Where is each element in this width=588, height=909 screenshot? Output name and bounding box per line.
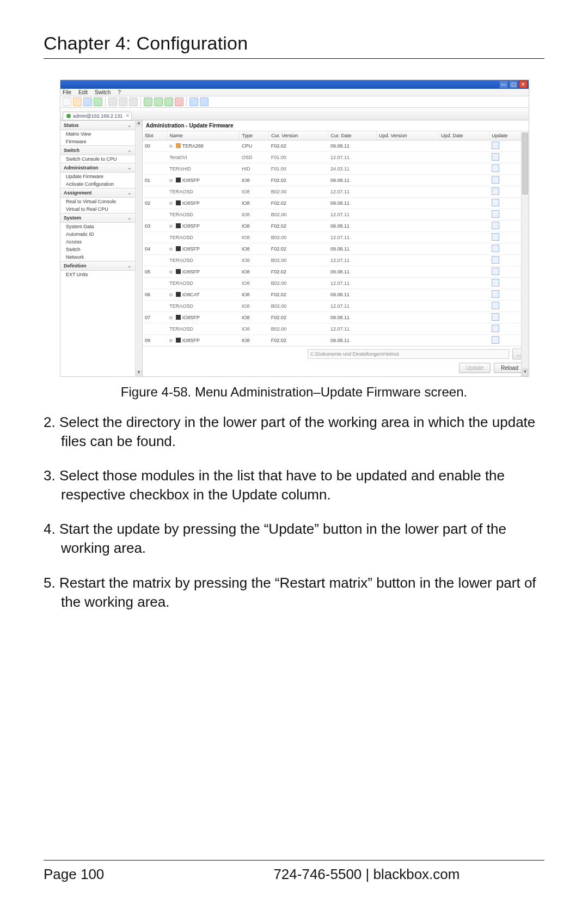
sidebar-item[interactable]: Real to Virtual Console [60, 198, 135, 205]
sidebar-group-header[interactable]: Status⌄ [60, 120, 135, 130]
pin-icon[interactable]: ⌄ [127, 148, 132, 153]
column-header[interactable]: Cur. Version [269, 131, 328, 141]
column-header[interactable]: Upd. Date [439, 131, 489, 141]
pin-icon[interactable]: ⌄ [127, 123, 132, 128]
menu-switch[interactable]: Switch [95, 89, 111, 95]
table-row[interactable]: 09⊟IO8SFPIO8F02.0209.08.11 [143, 335, 529, 346]
toolbar-flag4-icon[interactable] [175, 97, 183, 106]
toolbar-copy-icon[interactable] [119, 97, 127, 106]
table-row[interactable]: 02⊟IO8SFPIO8F02.0209.08.11 [143, 198, 529, 209]
update-checkbox[interactable] [492, 210, 499, 218]
table-row[interactable]: TERAOSDIO8B02.0012.07.11 [143, 255, 529, 266]
table-row[interactable]: TERAOSDIO8B02.0012.07.11 [143, 324, 529, 335]
update-checkbox[interactable] [492, 176, 499, 184]
toolbar-new-icon[interactable] [63, 97, 71, 106]
table-row[interactable]: 06⊟IO8CATIO8F02.0209.08.11 [143, 289, 529, 301]
window-maximize-icon[interactable]: ▢ [509, 81, 518, 88]
menu-edit[interactable]: Edit [78, 89, 88, 95]
sidebar-item[interactable]: Firmware [60, 138, 135, 145]
expand-icon[interactable]: ⊟ [169, 178, 172, 183]
toolbar-flag2-icon[interactable] [154, 97, 163, 106]
expand-icon[interactable]: ⊟ [169, 269, 172, 274]
toolbar-flag1-icon[interactable] [144, 97, 152, 106]
update-checkbox[interactable] [492, 313, 499, 321]
sidebar-item[interactable]: EXT Units [60, 271, 135, 278]
expand-icon[interactable]: ⊟ [169, 315, 172, 320]
sidebar-item[interactable]: System Data [60, 223, 135, 230]
sidebar-group-header[interactable]: Administration⌄ [60, 163, 135, 173]
sidebar-scrollbar[interactable]: ▲ ▼ [135, 120, 142, 376]
pin-icon[interactable]: ⌄ [127, 165, 132, 170]
table-row[interactable]: TERAOSDIO8B02.0012.07.11 [143, 232, 529, 243]
toolbar-help1-icon[interactable] [189, 97, 198, 106]
scroll-thumb[interactable] [522, 133, 528, 194]
update-checkbox[interactable] [492, 222, 499, 229]
sidebar-item[interactable]: Virtual to Real CPU [60, 205, 135, 213]
table-row[interactable]: TERAOSDIO8B02.0012.07.11 [143, 209, 529, 221]
toolbar-save-icon[interactable] [83, 97, 92, 106]
sidebar-group-header[interactable]: Assignment⌄ [60, 188, 135, 198]
table-row[interactable]: TeraDVIOSDF01.0012.07.11 [143, 152, 529, 163]
menu-help[interactable]: ? [118, 89, 121, 95]
table-row[interactable]: TERAOSDIO8B02.0012.07.11 [143, 301, 529, 312]
sidebar-item[interactable]: Network [60, 253, 135, 261]
update-button[interactable]: Update [459, 363, 491, 373]
expand-icon[interactable]: ⊟ [169, 200, 172, 206]
grid-scrollbar[interactable]: ▲ ▼ [521, 132, 529, 376]
menu-file[interactable]: File [63, 89, 71, 95]
table-row[interactable]: 03⊟IO8SFPIO8F02.0209.08.11 [143, 221, 529, 232]
sidebar-item[interactable]: Activate Configuration [60, 180, 135, 188]
update-checkbox[interactable] [492, 279, 499, 286]
scroll-down-icon[interactable]: ▼ [522, 369, 528, 376]
expand-icon[interactable]: ⊟ [169, 223, 172, 229]
sidebar-item[interactable]: Switch [60, 246, 135, 253]
column-header[interactable]: Upd. Version [377, 131, 439, 141]
expand-icon[interactable]: ⊟ [169, 143, 172, 149]
update-checkbox[interactable] [492, 245, 499, 252]
update-checkbox[interactable] [492, 153, 499, 161]
sidebar-item[interactable]: Switch Console to CPU [60, 155, 135, 163]
toolbar-paste-icon[interactable] [129, 97, 138, 106]
window-close-icon[interactable]: ✕ [519, 81, 528, 88]
column-header[interactable]: Type [240, 131, 269, 141]
update-checkbox[interactable] [492, 336, 499, 344]
update-checkbox[interactable] [492, 290, 499, 298]
column-header[interactable]: Name [167, 131, 240, 141]
toolbar-open-icon[interactable] [73, 97, 82, 106]
expand-icon[interactable]: ⊟ [169, 246, 172, 252]
update-checkbox[interactable] [492, 325, 499, 332]
update-checkbox[interactable] [492, 142, 499, 149]
update-checkbox[interactable] [492, 302, 499, 309]
sidebar-item[interactable]: Access [60, 238, 135, 246]
table-row[interactable]: TERAOSDIO8B02.0012.07.11 [143, 186, 529, 198]
table-row[interactable]: 05⊟IO8SFPIO8F02.0209.08.11 [143, 266, 529, 278]
sidebar-item[interactable]: Automatic ID [60, 230, 135, 238]
update-checkbox[interactable] [492, 233, 499, 241]
window-minimize-icon[interactable]: — [499, 81, 508, 88]
table-row[interactable]: TERAHIDHIDF01.0024.03.11 [143, 163, 529, 175]
tab-close-icon[interactable]: ✕ [126, 113, 130, 118]
table-row[interactable]: 07⊟IO8SFPIO8F02.0209.08.11 [143, 312, 529, 324]
session-tab[interactable]: admin@192.168.2.131 ✕ [63, 112, 132, 120]
table-row[interactable]: 01⊟IO8SFPIO8F02.0209.08.11 [143, 175, 529, 186]
table-row[interactable]: 04⊟IO8SFPIO8F02.0209.08.11 [143, 243, 529, 255]
sidebar-group-header[interactable]: System⌄ [60, 213, 135, 223]
update-checkbox[interactable] [492, 199, 499, 206]
update-checkbox[interactable] [492, 267, 499, 275]
sidebar-item[interactable]: Matrix View [60, 130, 135, 138]
toolbar-flag3-icon[interactable] [164, 97, 173, 106]
toolbar-cut-icon[interactable] [108, 97, 117, 106]
expand-icon[interactable]: ⊟ [169, 292, 172, 297]
column-header[interactable]: Cur. Date [328, 131, 377, 141]
update-checkbox[interactable] [492, 164, 499, 172]
scroll-down-icon[interactable]: ▼ [136, 370, 142, 376]
update-checkbox[interactable] [492, 187, 499, 195]
sidebar-group-header[interactable]: Definition⌄ [60, 261, 135, 271]
toolbar-help2-icon[interactable] [200, 97, 209, 106]
pin-icon[interactable]: ⌄ [127, 263, 132, 269]
scroll-up-icon[interactable]: ▲ [136, 120, 142, 127]
pin-icon[interactable]: ⌄ [127, 190, 132, 196]
column-header[interactable]: Slot [143, 131, 167, 141]
sidebar-group-header[interactable]: Switch⌄ [60, 145, 135, 155]
sidebar-item[interactable]: Update Firmware [60, 173, 135, 180]
